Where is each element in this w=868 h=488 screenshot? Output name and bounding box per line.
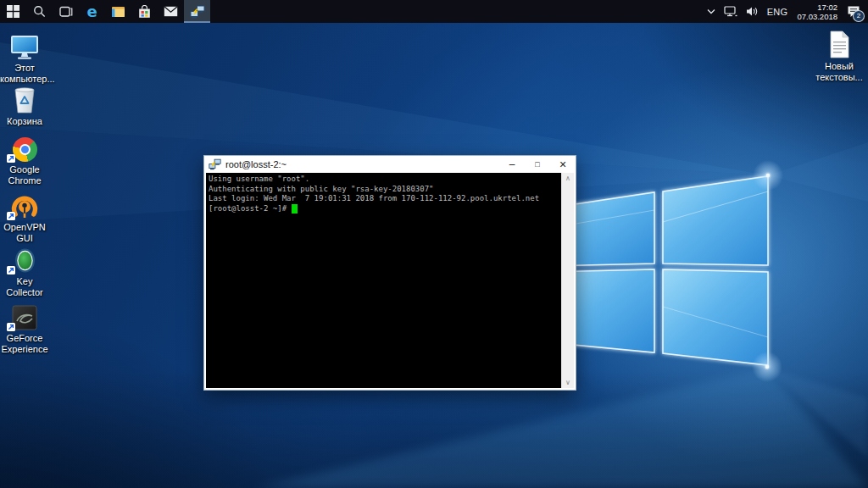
- search-button[interactable]: [26, 0, 53, 23]
- terminal-line: Using username "root".: [209, 175, 561, 185]
- edge-icon: e: [86, 4, 97, 19]
- icon-label: GUI: [0, 233, 49, 244]
- network-ethernet-icon: [724, 6, 737, 17]
- windows-logo-icon: [7, 5, 19, 18]
- task-view-icon: [59, 6, 73, 18]
- icon-label: OpenVPN: [0, 222, 49, 233]
- desktop-icon-recycle-bin[interactable]: Корзина: [0, 86, 49, 127]
- icon-label: Key Collector: [0, 276, 49, 297]
- key-collector-icon: [14, 247, 36, 274]
- chevron-down-icon: [707, 8, 715, 14]
- desktop-icon-geforce-experience[interactable]: GeForce Experience: [0, 302, 49, 354]
- shortcut-arrow-icon: [7, 323, 15, 331]
- icon-label: Google: [0, 164, 49, 175]
- mail-button[interactable]: [158, 0, 184, 23]
- network-tray-button[interactable]: [720, 0, 742, 23]
- window-controls: – □ ×: [499, 156, 576, 173]
- this-pc-icon: [10, 35, 39, 60]
- terminal-prompt: [root@losst-2 ~]#: [209, 204, 292, 214]
- clock-date: 07.03.2018: [797, 12, 837, 21]
- putty-taskbar-button[interactable]: [184, 0, 210, 23]
- recycle-bin-icon: [14, 87, 36, 114]
- close-button[interactable]: ×: [550, 156, 576, 173]
- action-center-button[interactable]: 2: [843, 0, 865, 23]
- clock[interactable]: 17:02 07.03.2018: [792, 3, 843, 21]
- desktop-icon-new-text-document[interactable]: Новый текстовы...: [812, 30, 866, 82]
- speaker-icon: [746, 6, 759, 17]
- notification-count-badge: 2: [853, 10, 865, 22]
- edge-button[interactable]: e: [79, 0, 105, 23]
- icon-label: Этот: [0, 63, 49, 74]
- start-button[interactable]: [0, 0, 26, 23]
- search-icon: [33, 5, 46, 18]
- task-view-button[interactable]: [53, 0, 79, 23]
- show-hidden-icons-button[interactable]: [703, 0, 720, 23]
- putty-icon: [190, 5, 205, 19]
- minimize-button[interactable]: –: [499, 156, 525, 173]
- scroll-up-arrow[interactable]: ∧: [562, 173, 574, 184]
- window-client-area: Using username "root". Authenticating wi…: [204, 173, 576, 390]
- mail-icon: [164, 6, 178, 17]
- store-icon: [138, 5, 151, 19]
- desktop-icon-key-collector[interactable]: Key Collector: [0, 246, 49, 297]
- volume-tray-button[interactable]: [742, 0, 763, 23]
- desktop-icon-this-pc[interactable]: Этот компьютер...: [0, 32, 49, 84]
- shortcut-arrow-icon: [7, 212, 15, 220]
- icon-label: GeForce: [0, 333, 49, 344]
- putty-window: root@losst-2:~ – □ × Using username "roo…: [203, 155, 576, 391]
- shortcut-arrow-icon: [7, 154, 15, 163]
- icon-label: Experience: [0, 344, 49, 355]
- icon-label: компьютер...: [0, 74, 49, 85]
- desktop-icon-google-chrome[interactable]: Google Chrome: [0, 134, 49, 186]
- terminal-line: Authenticating with public key "rsa-key-…: [209, 185, 561, 195]
- terminal-cursor: [292, 204, 298, 214]
- chrome-icon: [13, 137, 37, 162]
- icon-label: текстовы...: [812, 72, 866, 83]
- terminal-line: Last login: Wed Mar 7 19:01:31 2018 from…: [209, 194, 561, 204]
- file-explorer-button[interactable]: [105, 0, 131, 23]
- store-button[interactable]: [131, 0, 158, 23]
- icon-label: Chrome: [0, 175, 49, 186]
- icon-label: Новый: [812, 61, 866, 72]
- clock-time: 17:02: [797, 3, 837, 12]
- screen: e: [0, 0, 868, 488]
- system-tray: ENG 17:02 07.03.2018 2: [703, 0, 868, 23]
- window-title: root@losst-2:~: [225, 159, 287, 169]
- text-document-icon: [828, 30, 851, 58]
- terminal-output[interactable]: Using username "root". Authenticating wi…: [206, 173, 561, 388]
- geforce-icon: [12, 305, 37, 330]
- taskbar: e: [0, 0, 868, 23]
- desktop-icon-openvpn-gui[interactable]: OpenVPN GUI: [0, 191, 49, 243]
- scroll-down-arrow[interactable]: ∨: [562, 377, 574, 388]
- file-explorer-icon: [111, 6, 125, 18]
- putty-window-icon: [209, 158, 221, 170]
- icon-label: Корзина: [0, 116, 49, 127]
- shortcut-arrow-icon: [7, 266, 15, 274]
- language-indicator[interactable]: ENG: [763, 0, 793, 23]
- window-title-bar[interactable]: root@losst-2:~ – □ ×: [204, 156, 576, 173]
- maximize-button[interactable]: □: [525, 156, 550, 173]
- terminal-scrollbar[interactable]: ∧ ∨: [561, 173, 574, 388]
